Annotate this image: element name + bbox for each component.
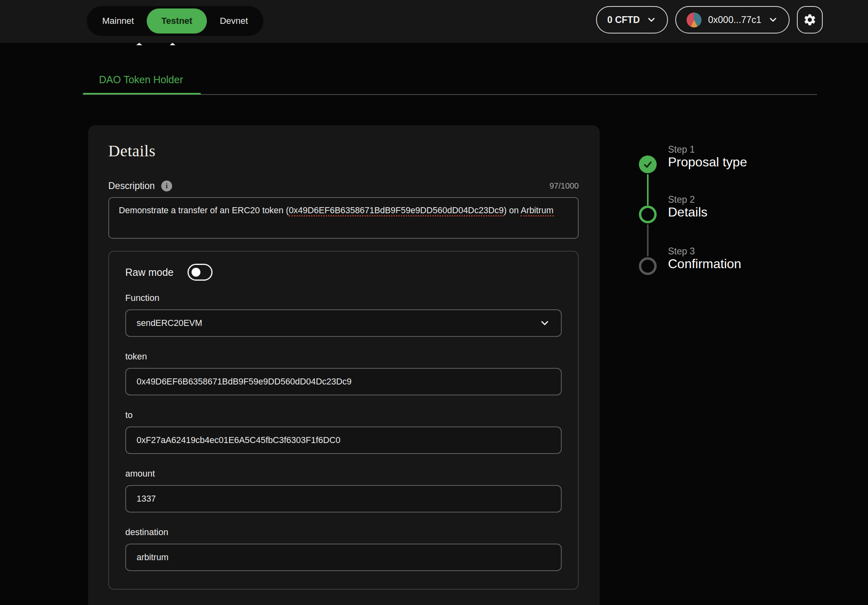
- top-bar: Mainnet Testnet Devnet 0 CFTD 0x000...77…: [0, 0, 868, 43]
- info-icon[interactable]: i: [161, 181, 172, 191]
- raw-mode-label: Raw mode: [125, 267, 174, 278]
- description-text: ) on: [504, 206, 521, 215]
- stepper-connector: [647, 174, 649, 206]
- destination-label: destination: [125, 527, 562, 538]
- chevron-down-icon: [539, 317, 550, 329]
- top-bar-actions: 0 CFTD 0x000...77c1: [596, 6, 823, 34]
- proposal-stepper: Step 1 Proposal type Step 2 Details Step…: [639, 142, 825, 304]
- description-chain: Arbitrum: [520, 206, 553, 216]
- clipped-heading-remnant: [136, 43, 142, 45]
- tab-dao-token-holder[interactable]: DAO Token Holder: [99, 74, 183, 86]
- function-selected-value: sendERC20EVM: [137, 318, 202, 328]
- to-label: to: [125, 410, 562, 420]
- description-textarea[interactable]: Demonstrate a transfer of an ERC20 token…: [108, 197, 579, 239]
- function-label: Function: [125, 293, 562, 303]
- character-counter: 97/1000: [550, 181, 579, 191]
- check-icon: [643, 159, 653, 170]
- step-3-title: Confirmation: [668, 256, 741, 271]
- network-mainnet[interactable]: Mainnet: [90, 8, 146, 34]
- description-address: 0x49D6EF6B6358671BdB9F59e9DD560dD04Dc23D…: [289, 206, 504, 216]
- chevron-down-icon: [646, 15, 657, 25]
- gear-icon: [803, 13, 817, 27]
- function-select[interactable]: sendERC20EVM: [125, 309, 562, 337]
- balance-label: 0 CFTD: [607, 15, 640, 25]
- toggle-knob: [192, 268, 200, 277]
- card-title: Details: [108, 141, 579, 160]
- wallet-dropdown[interactable]: 0x000...77c1: [675, 6, 790, 34]
- step-2-title: Details: [668, 205, 708, 220]
- network-testnet[interactable]: Testnet: [147, 8, 207, 34]
- wallet-avatar: [687, 13, 702, 27]
- balance-dropdown[interactable]: 0 CFTD: [596, 6, 668, 34]
- step-1-title: Proposal type: [668, 155, 747, 170]
- stepper-connector: [647, 224, 649, 256]
- clipped-heading-remnant: [170, 43, 175, 45]
- token-label: token: [125, 351, 562, 362]
- chevron-down-icon: [768, 15, 778, 25]
- step-3-indicator: [639, 257, 657, 275]
- step-3-label: Step 3: [668, 246, 695, 257]
- description-label: Description: [108, 181, 155, 191]
- step-2-indicator: [639, 206, 657, 223]
- step-1-indicator: [639, 155, 657, 173]
- description-header-row: Description i 97/1000: [108, 181, 579, 191]
- amount-label: amount: [125, 468, 562, 479]
- settings-button[interactable]: [797, 6, 823, 34]
- function-form-panel: Raw mode Function sendERC20EVM token to …: [108, 251, 579, 590]
- wallet-address: 0x000...77c1: [708, 15, 761, 25]
- to-input[interactable]: [125, 426, 562, 454]
- destination-input[interactable]: [125, 544, 562, 571]
- network-switcher: Mainnet Testnet Devnet: [87, 6, 263, 36]
- step-2-label: Step 2: [668, 194, 695, 205]
- details-card: Details Description i 97/1000 Demonstrat…: [88, 125, 600, 605]
- step-1-label: Step 1: [668, 144, 695, 155]
- description-text: Demonstrate a transfer of an ERC20 token…: [119, 206, 289, 215]
- tab-active-underline: [83, 93, 201, 95]
- amount-input[interactable]: [125, 485, 562, 513]
- network-devnet[interactable]: Devnet: [208, 8, 260, 34]
- raw-mode-toggle[interactable]: [188, 264, 213, 281]
- token-input[interactable]: [125, 368, 562, 395]
